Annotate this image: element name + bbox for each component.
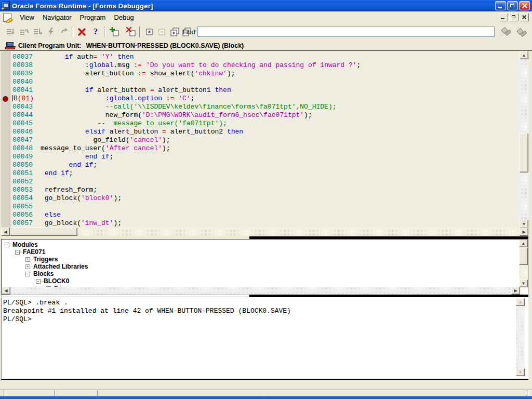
gutter-cell[interactable] bbox=[1, 169, 10, 178]
help-button[interactable]: ? bbox=[89, 25, 102, 38]
scroll-right-arrow[interactable]: ▶ bbox=[511, 287, 520, 295]
tree-item-label[interactable]: Blocks bbox=[32, 270, 54, 277]
scroll-up-arrow[interactable]: ▲ bbox=[519, 240, 528, 247]
code-text[interactable] bbox=[41, 78, 520, 86]
menu-item-navigator[interactable]: Navigator bbox=[38, 12, 76, 22]
collapse-icon[interactable]: − bbox=[25, 272, 30, 276]
tree-vertical-scrollbar[interactable]: ▲ ▼ bbox=[519, 240, 528, 287]
gutter-cell[interactable] bbox=[1, 211, 10, 219]
scroll-right-arrow[interactable]: ▶ bbox=[520, 228, 528, 236]
scroll-down-arrow[interactable]: ▼ bbox=[520, 220, 528, 228]
scrollbar-track[interactable] bbox=[516, 306, 525, 368]
tree-item-label[interactable]: Triggers bbox=[32, 256, 58, 263]
minimize-button[interactable] bbox=[495, 1, 506, 10]
gutter-cell[interactable] bbox=[1, 103, 10, 111]
menu-item-debug[interactable]: Debug bbox=[110, 12, 138, 22]
code-text[interactable]: end if; bbox=[41, 153, 520, 161]
scroll-up-arrow[interactable]: ▲ bbox=[516, 298, 525, 306]
gutter-cell[interactable] bbox=[1, 53, 10, 61]
code-text[interactable]: end if; bbox=[41, 169, 520, 178]
tree-item-label[interactable]: BLOCK0 bbox=[43, 277, 69, 285]
step-into-button[interactable] bbox=[4, 25, 17, 38]
step-out-button[interactable] bbox=[31, 25, 44, 38]
code-text[interactable]: message_to_user('After cancel'); bbox=[41, 144, 520, 153]
tree-item-label[interactable]: Attached Libraries bbox=[32, 263, 88, 270]
code-rows-area[interactable]: 00037 if auth= 'Y' then00038 :global.msg… bbox=[1, 51, 520, 228]
code-horizontal-scrollbar[interactable]: ◀ ▶ bbox=[1, 228, 528, 236]
code-text[interactable]: if auth= 'Y' then bbox=[41, 53, 520, 61]
code-text[interactable]: go_field('cancel'); bbox=[41, 136, 520, 144]
gutter-cell[interactable] bbox=[1, 119, 10, 128]
go-button[interactable] bbox=[45, 25, 57, 38]
gutter-cell[interactable] bbox=[1, 186, 10, 194]
find-input[interactable] bbox=[197, 26, 495, 37]
tree-item-label[interactable]: Modules bbox=[11, 241, 38, 248]
collapse-icon[interactable]: − bbox=[36, 279, 41, 284]
tree-item-label[interactable]: FAE071 bbox=[22, 248, 45, 256]
gutter-cell[interactable] bbox=[1, 219, 10, 228]
scrollbar-thumb[interactable] bbox=[519, 247, 528, 265]
add-button[interactable] bbox=[108, 25, 121, 38]
code-vertical-scrollbar[interactable]: ▲ ▼ bbox=[520, 51, 528, 228]
gutter-cell[interactable] bbox=[1, 178, 10, 186]
stop-button[interactable] bbox=[76, 25, 88, 38]
navigator-tree-panel[interactable]: −Modules−FAE071+Triggers+Attached Librar… bbox=[1, 239, 528, 295]
remove-button[interactable] bbox=[125, 25, 137, 38]
console-vertical-scrollbar[interactable]: ▲ ▼ bbox=[516, 298, 525, 376]
expand-icon[interactable]: + bbox=[25, 257, 30, 262]
restore-button[interactable] bbox=[507, 1, 518, 10]
gutter-cell[interactable] bbox=[1, 194, 10, 203]
tree-item-block0[interactable]: −BLOCK0 bbox=[2, 277, 519, 285]
scrollbar-track[interactable] bbox=[10, 287, 511, 295]
find-previous-button[interactable] bbox=[514, 25, 527, 38]
find-next-button[interactable] bbox=[500, 25, 512, 38]
step-over-button[interactable] bbox=[18, 25, 30, 38]
gutter-cell[interactable] bbox=[1, 153, 10, 161]
gutter-cell[interactable] bbox=[1, 136, 10, 144]
code-text[interactable]: go_block('block0'); bbox=[41, 194, 520, 203]
scroll-left-arrow[interactable]: ◀ bbox=[1, 228, 10, 236]
expand-icon[interactable]: + bbox=[25, 264, 30, 269]
scroll-down-arrow[interactable]: ▼ bbox=[516, 368, 525, 376]
tree-item-fae071[interactable]: −FAE071 bbox=[2, 248, 519, 256]
code-text[interactable]: new_form('D:\PMG\WORK\audit_form6_hsec\f… bbox=[41, 111, 520, 119]
code-editor-panel[interactable]: 00037 if auth= 'Y' then00038 :global.msg… bbox=[1, 50, 528, 236]
gutter-cell[interactable] bbox=[1, 78, 10, 86]
code-text[interactable]: --call('\\ISDDEV\keldev\finance\forms\fa… bbox=[41, 103, 520, 111]
reset-button[interactable] bbox=[58, 25, 71, 38]
code-text[interactable]: alert_button := show_alert('chkinw'); bbox=[41, 70, 520, 78]
code-text[interactable]: :global.msg := 'Do you want to do checki… bbox=[41, 61, 520, 70]
scrollbar-track[interactable] bbox=[10, 228, 520, 236]
code-text[interactable]: end if; bbox=[41, 161, 520, 169]
menu-item-view[interactable]: View bbox=[16, 12, 38, 22]
code-text[interactable]: if alert_button = alert_button1 then bbox=[41, 86, 520, 95]
scroll-down-arrow[interactable]: ▼ bbox=[519, 280, 528, 287]
code-text[interactable]: :global.option := 'C'; bbox=[41, 95, 520, 103]
collapse-icon[interactable]: − bbox=[5, 243, 9, 247]
scroll-up-arrow[interactable]: ▲ bbox=[520, 51, 528, 59]
code-text[interactable]: elsif alert_button = alert_button2 then bbox=[41, 128, 520, 136]
mdi-minimize-button[interactable] bbox=[499, 13, 508, 21]
scrollbar-thumb[interactable] bbox=[520, 133, 528, 172]
document-icon[interactable] bbox=[3, 13, 11, 22]
close-button[interactable] bbox=[519, 1, 530, 10]
scrollbar-thumb[interactable] bbox=[10, 228, 77, 236]
gutter-cell[interactable] bbox=[1, 70, 10, 78]
tree-item-triggers[interactable]: +Triggers bbox=[2, 256, 519, 263]
code-text[interactable]: else bbox=[41, 211, 520, 219]
expand-button[interactable] bbox=[143, 25, 156, 38]
tree-item-blocks[interactable]: −Blocks bbox=[2, 270, 519, 277]
gutter-cell[interactable] bbox=[1, 144, 10, 153]
gutter-cell[interactable] bbox=[1, 86, 10, 95]
menu-item-program[interactable]: Program bbox=[76, 12, 110, 22]
code-text[interactable]: refresh_form; bbox=[41, 186, 520, 194]
collapse-icon[interactable]: − bbox=[15, 250, 20, 255]
scroll-left-arrow[interactable]: ◀ bbox=[2, 287, 10, 295]
tree-item-attached-libraries[interactable]: +Attached Libraries bbox=[2, 263, 519, 270]
tree-horizontal-scrollbar[interactable]: ◀ ▶ bbox=[2, 287, 520, 295]
gutter-cell[interactable] bbox=[1, 203, 10, 211]
gutter-cell[interactable] bbox=[1, 161, 10, 169]
plsql-console-panel[interactable]: PL/SQL> .break .Breakpoint #1 installed … bbox=[1, 297, 528, 380]
gutter-cell[interactable] bbox=[1, 95, 10, 103]
code-text[interactable] bbox=[41, 203, 520, 211]
